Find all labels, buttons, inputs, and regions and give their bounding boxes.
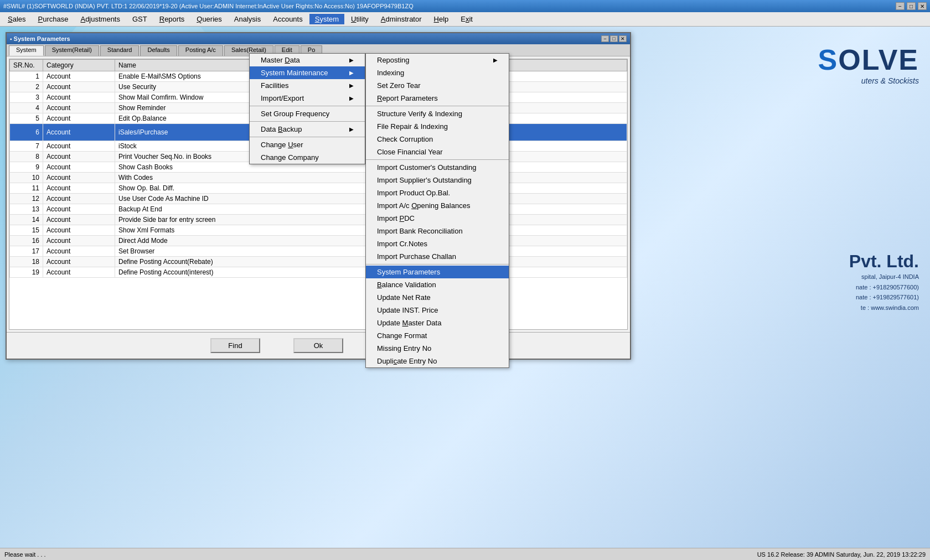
cell-category: Account [43, 162, 115, 173]
dd-system-maintenance[interactable]: System Maintenance▶ [250, 66, 365, 79]
dd-system-parameters[interactable]: System Parameters [366, 266, 509, 278]
dd-import-pdc[interactable]: Import PDC [366, 212, 509, 225]
menu-item-utility[interactable]: Utility [345, 14, 374, 24]
cell-category: Account [43, 124, 115, 141]
dd-file-repair[interactable]: File Repair & Indexing [366, 120, 509, 133]
cell-category: Account [43, 267, 115, 278]
dd-check-corruption[interactable]: Check Corruption [366, 133, 509, 146]
menu-item-exit[interactable]: Exit [455, 14, 478, 24]
table-row[interactable]: 11AccountShow Op. Bal. Diff.False [10, 183, 627, 194]
table-row[interactable]: 12AccountUse User Code As Machine IDFals… [10, 194, 627, 204]
ok-button[interactable]: Ok [293, 338, 343, 353]
cell-name: Provide Side bar for entry screen [115, 215, 392, 225]
cell-category: Account [43, 246, 115, 257]
window-titlebar: ▪ System Parameters − □ ✕ [7, 33, 630, 44]
menu-item-purchase[interactable]: Purchase [33, 14, 74, 24]
window-minimize[interactable]: − [601, 35, 609, 42]
cell-category: Account [43, 183, 115, 194]
cell-srno: 1 [10, 71, 43, 82]
window-close[interactable]: ✕ [619, 35, 627, 42]
tab-system-retail[interactable]: System(Retail) [45, 45, 99, 56]
minimize-button[interactable]: − [896, 2, 905, 10]
dd-import-product-opbal[interactable]: Import Product Op.Bal. [366, 186, 509, 199]
table-row[interactable]: 19AccountDefine Posting Account(interest… [10, 267, 627, 278]
table-row[interactable]: 17AccountSet BrowserInternet Explorer [10, 246, 627, 257]
find-button[interactable]: Find [210, 338, 260, 353]
menu-item-adjustments[interactable]: Adjustments [75, 14, 126, 24]
cell-category: Account [43, 141, 115, 152]
dd-import-supplier-outstanding[interactable]: Import Supplier's Outstanding [366, 174, 509, 186]
dd-master-data[interactable]: Master Data▶ [250, 54, 365, 66]
menu-item-accounts[interactable]: Accounts [267, 14, 308, 24]
table-row[interactable]: 14AccountProvide Side bar for entry scre… [10, 215, 627, 225]
cell-srno: 5 [10, 113, 43, 124]
dd-import-cr-notes[interactable]: Import Cr.Notes [366, 237, 509, 250]
dd-import-bank-reconciliation[interactable]: Import Bank Reconciliation [366, 225, 509, 237]
cell-name: Direct Add Mode [115, 236, 392, 246]
cell-srno: 2 [10, 82, 43, 92]
dd-import-customer-outstanding[interactable]: Import Customer's Outstanding [366, 161, 509, 174]
maximize-button[interactable]: □ [907, 2, 916, 10]
menu-item-administrator[interactable]: Adminstrator [375, 14, 427, 24]
cell-name: With Codes [115, 173, 392, 183]
table-row[interactable]: 13AccountBackup At EndTrue [10, 204, 627, 215]
title-bar-controls: − □ ✕ [896, 2, 927, 10]
system-maintenance-submenu: Reposting▶ Indexing Set Zero Tear Report… [365, 53, 509, 368]
tab-standard[interactable]: Standard [100, 45, 140, 56]
tab-defaults[interactable]: Defaults [140, 45, 177, 56]
window-maximize[interactable]: □ [610, 35, 618, 42]
menu-item-sales[interactable]: Sales [2, 14, 32, 24]
dd-missing-entry-no[interactable]: Missing Entry No [366, 342, 509, 355]
cell-name: Use User Code As Machine ID [115, 194, 392, 204]
cell-category: Account [43, 204, 115, 215]
logo-tagline: uters & Stockists [818, 76, 919, 85]
cell-srno: 9 [10, 162, 43, 173]
menu-item-help[interactable]: Help [428, 14, 454, 24]
dd-import-ac-opening[interactable]: Import A/c Opening Balances [366, 199, 509, 212]
bottom-bar: Find Ok Exit [7, 332, 630, 359]
dd-set-group-frequency[interactable]: Set Group Frequency [250, 107, 365, 120]
dd-update-net-rate[interactable]: Update Net Rate [366, 291, 509, 304]
dd-import-purchase-challan[interactable]: Import Purchase Challan [366, 250, 509, 263]
dd-sep-sm-1 [366, 106, 509, 106]
tab-system[interactable]: System [9, 45, 44, 56]
dd-import-export[interactable]: Import/Export▶ [250, 92, 365, 105]
dd-change-user[interactable]: Change User [250, 138, 365, 151]
close-button[interactable]: ✕ [918, 2, 927, 10]
dd-reposting[interactable]: Reposting▶ [366, 54, 509, 66]
tab-posting-ac[interactable]: Posting A/c [178, 45, 223, 56]
dd-change-format[interactable]: Change Format [366, 329, 509, 342]
menu-item-queries[interactable]: Queries [191, 14, 228, 24]
table-row[interactable]: 16AccountDirect Add ModeTrue [10, 236, 627, 246]
dd-data-backup[interactable]: Data Backup▶ [250, 123, 365, 136]
main-background: SOLVE uters & Stockists Pvt. Ltd. spital… [0, 27, 930, 548]
dd-indexing[interactable]: Indexing [366, 66, 509, 79]
menu-item-reports[interactable]: Reports [154, 14, 190, 24]
dd-facilities[interactable]: Facilities▶ [250, 79, 365, 92]
table-row[interactable]: 18AccountDefine Posting Account(Rebate)R… [10, 257, 627, 267]
menu-item-gst[interactable]: GST [127, 14, 153, 24]
system-dropdown-menu: Master Data▶ System Maintenance▶ Facilit… [249, 53, 365, 164]
menu-item-system[interactable]: System [309, 14, 344, 24]
dd-structure-verify[interactable]: Structure Verify & Indexing [366, 107, 509, 120]
cell-srno: 8 [10, 152, 43, 162]
dd-duplicate-entry-no[interactable]: Duplicate Entry No [366, 355, 509, 367]
dd-balance-validation[interactable]: Balance Validation [366, 278, 509, 291]
dd-update-master-data[interactable]: Update Master Data [366, 317, 509, 329]
cell-srno: 10 [10, 173, 43, 183]
cell-srno: 3 [10, 92, 43, 103]
cell-srno: 19 [10, 267, 43, 278]
table-row[interactable]: 10AccountWith CodesFalse [10, 173, 627, 183]
dd-update-inst-price[interactable]: Update INST. Price [366, 304, 509, 317]
table-row[interactable]: 15AccountShow Xml FormatsFalse [10, 225, 627, 236]
dd-set-zero-tear[interactable]: Set Zero Tear [366, 79, 509, 92]
dd-report-parameters[interactable]: Report Parameters [366, 92, 509, 105]
menu-item-analysis[interactable]: Analysis [229, 14, 266, 24]
cell-name: Set Browser [115, 246, 392, 257]
cell-name: Define Posting Account(interest) [115, 267, 392, 278]
cell-category: Account [43, 113, 115, 124]
cell-category: Account [43, 92, 115, 103]
dd-change-company[interactable]: Change Company [250, 151, 365, 164]
cell-category: Account [43, 173, 115, 183]
dd-close-financial-year[interactable]: Close Financial Year [366, 146, 509, 158]
